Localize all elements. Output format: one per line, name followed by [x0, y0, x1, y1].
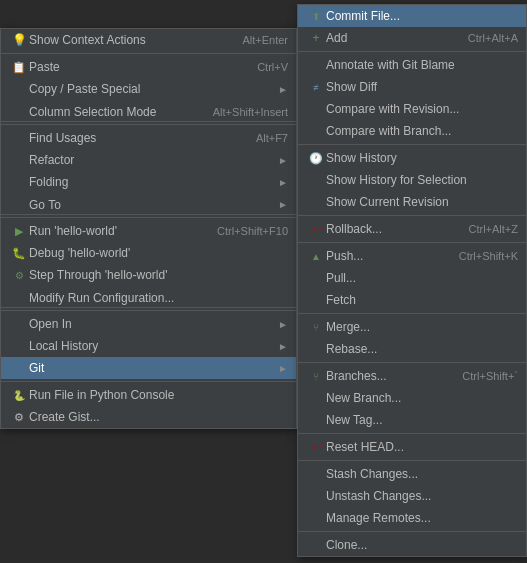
bulb-icon: 💡 — [9, 33, 29, 47]
menu-item-show-diff[interactable]: ≠ Show Diff — [298, 76, 526, 98]
menu-item-compare-branch[interactable]: Compare with Branch... — [298, 120, 526, 142]
menu-item-run[interactable]: ▶ Run 'hello-world' Ctrl+Shift+F10 — [1, 220, 296, 242]
menu-item-run-python[interactable]: 🐍 Run File in Python Console — [1, 384, 296, 406]
menu-item-find-usages[interactable]: Find Usages Alt+F7 — [1, 127, 296, 149]
menu-item-rebase[interactable]: Rebase... — [298, 338, 526, 360]
menu-item-stash[interactable]: Stash Changes... — [298, 463, 526, 485]
branches-icon: ⑂ — [306, 371, 326, 382]
menu-item-folding[interactable]: Folding ► — [1, 171, 296, 193]
menu-item-new-tag[interactable]: New Tag... — [298, 409, 526, 431]
github-icon: ⚙ — [9, 411, 29, 424]
menu-item-refactor[interactable]: Refactor ► — [1, 149, 296, 171]
menu-item-open-in[interactable]: Open In ► — [1, 313, 296, 335]
menu-item-step-through[interactable]: ⚙ Step Through 'hello-world' — [1, 264, 296, 286]
step-icon: ⚙ — [9, 270, 29, 281]
context-menu-right: ⬆ Commit File... + Add Ctrl+Alt+A Annota… — [297, 4, 527, 557]
menu-item-annotate[interactable]: Annotate with Git Blame — [298, 54, 526, 76]
reset-icon: ↩ — [306, 441, 326, 454]
menu-item-local-history[interactable]: Local History ► — [1, 335, 296, 357]
menu-item-new-branch[interactable]: New Branch... — [298, 387, 526, 409]
menu-item-column-selection[interactable]: Column Selection Mode Alt+Shift+Insert — [1, 100, 296, 122]
paste-icon: 📋 — [9, 61, 29, 74]
run-icon: ▶ — [9, 225, 29, 238]
diff-icon: ≠ — [306, 82, 326, 93]
debug-icon: 🐛 — [9, 247, 29, 260]
add-icon: + — [306, 31, 326, 45]
menu-item-show-history[interactable]: 🕐 Show History — [298, 147, 526, 169]
menu-item-merge[interactable]: ⑂ Merge... — [298, 316, 526, 338]
menu-item-unstash[interactable]: Unstash Changes... — [298, 485, 526, 507]
context-menu-left: 💡 Show Context Actions Alt+Enter 📋 Paste… — [0, 28, 297, 429]
python-icon: 🐍 — [9, 390, 29, 401]
menu-item-branches[interactable]: ⑂ Branches... Ctrl+Shift+` — [298, 365, 526, 387]
menu-item-rollback[interactable]: ↩ Rollback... Ctrl+Alt+Z — [298, 218, 526, 240]
menu-item-modify-run[interactable]: Modify Run Configuration... — [1, 286, 296, 308]
menu-item-git[interactable]: Git ► — [1, 357, 296, 379]
menu-item-reset-head[interactable]: ↩ Reset HEAD... — [298, 436, 526, 458]
menu-item-show-context-actions[interactable]: 💡 Show Context Actions Alt+Enter — [1, 29, 296, 51]
menu-item-paste[interactable]: 📋 Paste Ctrl+V — [1, 56, 296, 78]
rollback-icon: ↩ — [306, 223, 326, 236]
menu-item-debug[interactable]: 🐛 Debug 'hello-world' — [1, 242, 296, 264]
menu-item-show-current-revision[interactable]: Show Current Revision — [298, 191, 526, 213]
menu-item-push[interactable]: ▲ Push... Ctrl+Shift+K — [298, 245, 526, 267]
menu-item-manage-remotes[interactable]: Manage Remotes... — [298, 507, 526, 529]
menu-item-goto[interactable]: Go To ► — [1, 193, 296, 215]
menu-item-create-gist[interactable]: ⚙ Create Gist... — [1, 406, 296, 428]
menu-item-clone[interactable]: Clone... — [298, 534, 526, 556]
menu-item-pull[interactable]: Pull... — [298, 267, 526, 289]
menu-item-show-history-selection[interactable]: Show History for Selection — [298, 169, 526, 191]
push-icon: ▲ — [306, 251, 326, 262]
menu-item-add[interactable]: + Add Ctrl+Alt+A — [298, 27, 526, 49]
history2-icon: 🕐 — [306, 152, 326, 165]
menu-item-fetch[interactable]: Fetch — [298, 289, 526, 311]
menu-item-copy-paste-special[interactable]: Copy / Paste Special ► — [1, 78, 296, 100]
merge-icon: ⑂ — [306, 322, 326, 333]
menu-item-compare-revision[interactable]: Compare with Revision... — [298, 98, 526, 120]
commit-icon: ⬆ — [306, 11, 326, 22]
menu-item-commit-file[interactable]: ⬆ Commit File... — [298, 5, 526, 27]
